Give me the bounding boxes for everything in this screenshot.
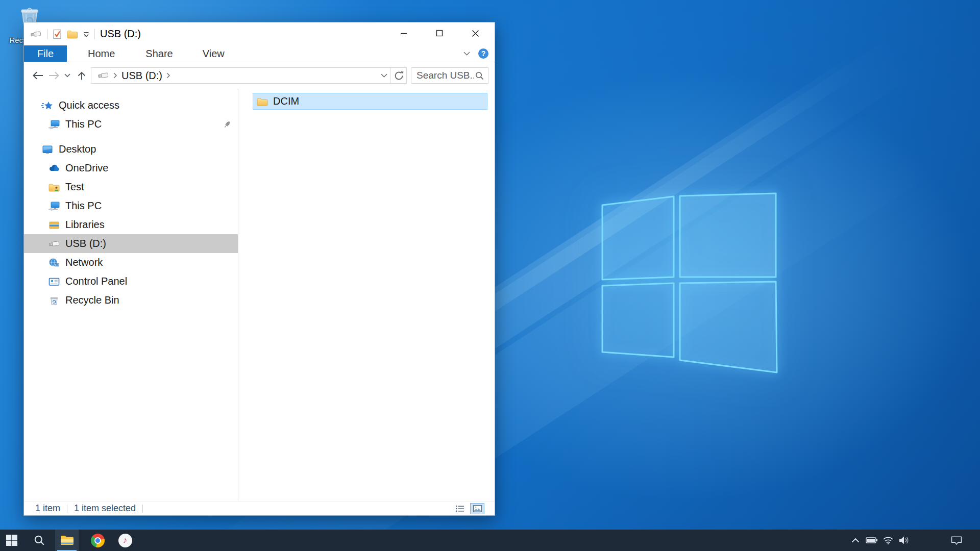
file-name: DCIM — [273, 95, 299, 107]
sidebar-item-network[interactable]: Network — [24, 253, 238, 272]
tab-home[interactable]: Home — [76, 45, 127, 62]
help-icon: ? — [481, 49, 486, 58]
network-globe-icon — [47, 258, 61, 268]
taskbar-music-button[interactable]: ♪ — [113, 530, 137, 551]
search-icon — [34, 535, 45, 546]
tab-view[interactable]: View — [191, 45, 236, 62]
battery-icon — [866, 537, 878, 544]
toolbar: USB (D:) — [24, 62, 495, 89]
item-count: 1 item — [35, 503, 60, 514]
chevron-down-icon — [64, 73, 70, 78]
menubar: File Home Share View ? — [24, 45, 495, 62]
titlebar[interactable]: USB (D:) — [24, 22, 495, 45]
properties-icon[interactable] — [53, 29, 62, 39]
address-dropdown-button[interactable] — [377, 68, 390, 83]
start-button[interactable] — [0, 530, 23, 551]
back-button[interactable] — [32, 71, 44, 80]
sidebar-item-this-pc-pinned[interactable]: This PC — [24, 115, 238, 134]
sidebar-item-quick-access[interactable]: Quick access — [24, 96, 238, 115]
battery-tray-button[interactable] — [864, 530, 880, 551]
sidebar: Quick access This PC Desktop O — [24, 89, 238, 501]
taskbar: ♪ — [0, 530, 980, 551]
wifi-icon — [883, 536, 894, 544]
breadcrumb-chevron-icon — [113, 72, 117, 79]
new-folder-icon[interactable] — [67, 30, 78, 39]
window-title: USB (D:) — [100, 28, 141, 40]
thumbnail-view-button[interactable] — [470, 503, 484, 514]
statusbar: 1 item 1 item selected — [24, 501, 495, 515]
taskbar-chrome-button[interactable] — [86, 530, 109, 551]
tab-share[interactable]: Share — [134, 45, 184, 62]
breadcrumb-drive[interactable]: USB (D:) — [121, 70, 162, 82]
forward-button[interactable] — [48, 71, 60, 80]
content-pane[interactable]: DCIM — [238, 89, 495, 501]
forward-arrow-icon — [48, 71, 60, 80]
minimize-icon — [400, 30, 407, 37]
volume-icon — [899, 536, 910, 545]
wifi-tray-button[interactable] — [880, 530, 896, 551]
breadcrumb-chevron-icon[interactable] — [166, 72, 170, 79]
sidebar-item-desktop[interactable]: Desktop — [24, 140, 238, 159]
chrome-icon — [91, 534, 105, 547]
help-button[interactable]: ? — [478, 48, 488, 59]
taskbar-file-explorer-button[interactable] — [55, 530, 79, 551]
usb-drive-icon — [47, 239, 61, 249]
thumbnail-view-icon — [473, 505, 482, 512]
file-explorer-icon — [60, 535, 74, 546]
qat-customize-chevron-icon[interactable] — [83, 31, 89, 37]
sidebar-item-control-panel[interactable]: Control Panel — [24, 272, 238, 291]
usb-drive-icon — [96, 70, 110, 81]
separator — [142, 505, 143, 513]
explorer-window: USB (D:) File Home Share View — [23, 22, 495, 516]
folder-icon — [256, 96, 268, 107]
up-button[interactable] — [77, 71, 87, 81]
chevron-down-icon — [381, 73, 387, 78]
selection-count: 1 item selected — [74, 503, 136, 514]
close-icon — [472, 30, 479, 37]
details-view-icon — [456, 505, 464, 512]
tab-file[interactable]: File — [24, 45, 67, 62]
system-tray — [847, 530, 980, 551]
back-arrow-icon — [32, 71, 44, 80]
this-pc-icon — [47, 119, 61, 130]
sidebar-item-onedrive[interactable]: OneDrive — [24, 159, 238, 178]
search-icon[interactable] — [475, 71, 484, 80]
address-bar[interactable]: USB (D:) — [91, 67, 407, 84]
refresh-button[interactable] — [391, 68, 406, 83]
action-center-icon — [950, 535, 963, 545]
minimize-button[interactable] — [392, 22, 415, 44]
sidebar-item-usb-drive[interactable]: USB (D:) — [24, 234, 238, 253]
screen: Recycle Bin USB (D:) — [0, 0, 980, 551]
details-view-button[interactable] — [453, 503, 467, 514]
taskbar-search-button[interactable] — [28, 530, 51, 551]
pin-icon — [223, 120, 232, 129]
music-icon: ♪ — [118, 534, 132, 547]
recent-locations-button[interactable] — [64, 73, 70, 78]
close-button[interactable] — [463, 22, 487, 44]
file-item-dcim[interactable]: DCIM — [253, 93, 487, 110]
sidebar-item-recycle-bin[interactable]: Recycle Bin — [24, 291, 238, 310]
maximize-button[interactable] — [428, 22, 451, 44]
this-pc-icon — [47, 201, 61, 211]
desktop-icon — [41, 144, 54, 155]
maximize-icon — [436, 30, 443, 37]
up-arrow-icon — [77, 71, 87, 81]
expand-ribbon-chevron-icon[interactable] — [463, 52, 470, 56]
action-center-button[interactable] — [948, 530, 965, 551]
search-box — [411, 67, 488, 84]
recycle-bin-icon — [47, 295, 61, 306]
quick-access-star-icon — [41, 101, 54, 111]
sidebar-item-test[interactable]: Test — [24, 178, 238, 196]
sidebar-item-libraries[interactable]: Libraries — [24, 215, 238, 234]
separator — [47, 29, 48, 39]
volume-tray-button[interactable] — [896, 530, 913, 551]
sidebar-item-this-pc[interactable]: This PC — [24, 196, 238, 215]
separator — [94, 29, 95, 39]
user-folder-icon — [47, 182, 61, 192]
onedrive-cloud-icon — [47, 163, 61, 173]
control-panel-icon — [47, 277, 61, 287]
search-input[interactable] — [411, 70, 474, 81]
refresh-icon — [394, 71, 404, 81]
separator — [67, 505, 67, 513]
hidden-icons-button[interactable] — [847, 530, 864, 551]
